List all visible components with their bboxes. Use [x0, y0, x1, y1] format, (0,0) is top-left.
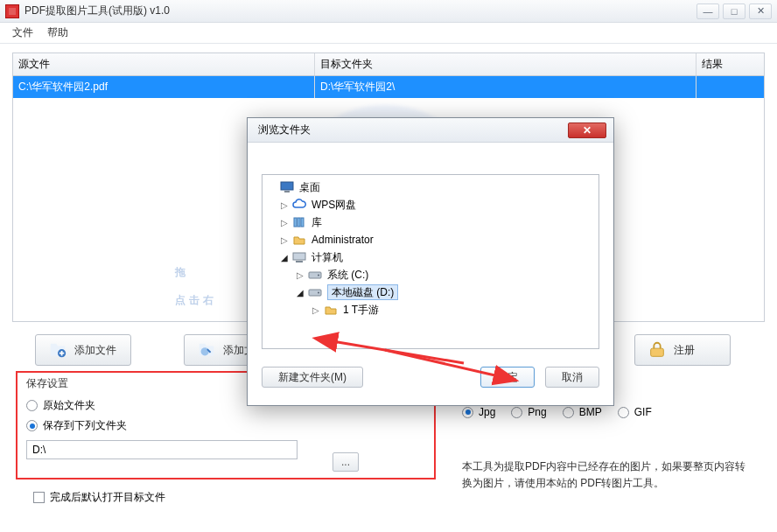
tree-label: 1 T手游	[343, 303, 379, 318]
collapse-icon[interactable]: ◢	[280, 253, 289, 262]
expand-icon[interactable]: ▷	[312, 305, 320, 315]
tree-label: 计算机	[312, 250, 343, 265]
svg-point-11	[318, 275, 319, 276]
dialog-close-button[interactable]: ✕	[568, 122, 606, 138]
expand-icon[interactable]: ▷	[280, 235, 289, 245]
svg-rect-8	[293, 253, 305, 260]
radio-custom-folder[interactable]: 保存到下列文件夹	[26, 418, 425, 433]
svg-rect-5	[294, 218, 297, 227]
expand-icon[interactable]: ▷	[280, 218, 289, 228]
svg-rect-7	[301, 218, 304, 227]
tree-wps[interactable]: ▷ WPS网盘	[264, 196, 597, 214]
browse-folder-dialog: 浏览文件夹 ✕ 桌面 ▷ WPS网盘 ▷ 库	[247, 117, 614, 406]
svg-rect-2	[651, 348, 664, 356]
maximize-button[interactable]: □	[723, 4, 746, 19]
format-png-label: Png	[528, 406, 546, 418]
save-path-input[interactable]	[26, 440, 298, 459]
tree-label: WPS网盘	[312, 198, 356, 213]
desktop-icon	[280, 180, 294, 194]
window-controls: — □ ✕	[696, 4, 772, 19]
format-png[interactable]: Png	[511, 406, 546, 418]
radio-icon	[618, 407, 629, 418]
svg-rect-3	[281, 182, 293, 190]
add-file-icon	[48, 340, 67, 360]
window-title: PDF提取图片工具(试用版) v1.0	[24, 4, 696, 18]
tree-folder-game[interactable]: ▷ 1 T手游	[264, 301, 597, 318]
cell-source: C:\华军软件园2.pdf	[13, 76, 315, 98]
tree-label: Administrator	[312, 234, 374, 246]
open-after-done[interactable]: 完成后默认打开目标文件	[33, 490, 165, 505]
tree-computer[interactable]: ◢ 计算机	[264, 248, 597, 266]
format-bmp[interactable]: BMP	[563, 406, 602, 418]
radio-icon	[26, 420, 38, 431]
main-window: PDF提取图片工具(试用版) v1.0 — □ ✕ 文件 帮助 拖 点击右 源文…	[0, 0, 777, 532]
menubar: 文件 帮助	[0, 23, 777, 44]
col-header-result[interactable]: 结果	[696, 53, 764, 75]
expand-icon[interactable]: ▷	[296, 270, 304, 280]
cancel-button[interactable]: 取消	[545, 367, 599, 388]
collapse-icon[interactable]: ◢	[296, 288, 304, 298]
drive-icon	[308, 268, 322, 282]
register-label: 注册	[674, 343, 695, 358]
watermark-line2: 点击右	[175, 294, 217, 306]
folder-icon	[324, 303, 338, 317]
tree-label: 桌面	[299, 180, 320, 195]
dialog-title: 浏览文件夹	[258, 122, 311, 137]
svg-rect-6	[298, 218, 300, 227]
tree-drive-c[interactable]: ▷ 系统 (C:)	[264, 266, 597, 284]
dialog-body: 桌面 ▷ WPS网盘 ▷ 库 ▷ Administrator	[248, 143, 613, 358]
register-icon	[648, 340, 667, 360]
format-gif-label: GIF	[634, 406, 652, 418]
register-button[interactable]: 注册	[634, 334, 731, 366]
tree-label: 系统 (C:)	[327, 268, 368, 283]
tree-library[interactable]: ▷ 库	[264, 214, 597, 231]
radio-icon	[462, 407, 473, 418]
open-after-label: 完成后默认打开目标文件	[50, 490, 165, 505]
close-button[interactable]: ✕	[749, 4, 772, 19]
browse-button[interactable]: ...	[332, 452, 359, 472]
drive-icon	[308, 285, 322, 299]
folder-tree[interactable]: 桌面 ▷ WPS网盘 ▷ 库 ▷ Administrator	[262, 174, 599, 349]
format-bmp-label: BMP	[579, 406, 602, 418]
description-text: 本工具为提取PDF内容中已经存在的图片，如果要整页内容转换为图片，请使用本站的 …	[462, 458, 751, 492]
titlebar: PDF提取图片工具(试用版) v1.0 — □ ✕	[0, 0, 777, 23]
menu-help[interactable]: 帮助	[47, 25, 68, 40]
ok-button[interactable]: 确定	[480, 367, 535, 388]
cloud-icon	[292, 198, 306, 212]
tree-drive-d[interactable]: ◢ 本地磁盘 (D:)	[264, 284, 597, 301]
format-radios: Jpg Png BMP GIF	[462, 406, 652, 418]
radio-icon	[26, 400, 38, 411]
cell-target: D:\华军软件园2\	[315, 76, 696, 98]
dialog-titlebar: 浏览文件夹 ✕	[248, 118, 613, 143]
radio-original-label: 原始文件夹	[43, 398, 95, 413]
table-row[interactable]: C:\华军软件园2.pdf D:\华军软件园2\	[13, 76, 764, 98]
tree-admin[interactable]: ▷ Administrator	[264, 231, 597, 248]
svg-rect-4	[284, 191, 290, 192]
radio-icon	[563, 407, 574, 418]
tree-desktop[interactable]: 桌面	[264, 178, 597, 196]
menu-file[interactable]: 文件	[12, 25, 33, 40]
tree-label: 库	[312, 215, 322, 230]
watermark-line1: 拖	[175, 266, 189, 278]
format-gif[interactable]: GIF	[618, 406, 652, 418]
add-file-label: 添加文件	[74, 343, 116, 358]
table-header: 源文件 目标文件夹 结果	[13, 53, 764, 76]
new-folder-button[interactable]: 新建文件夹(M)	[262, 367, 363, 388]
format-jpg[interactable]: Jpg	[462, 406, 495, 418]
radio-icon	[511, 407, 522, 418]
expand-icon[interactable]: ▷	[280, 200, 289, 210]
watermark-text: 拖 点击右	[175, 254, 217, 310]
library-icon	[292, 215, 306, 229]
format-jpg-label: Jpg	[479, 406, 495, 418]
checkbox-icon	[33, 492, 45, 503]
app-icon	[5, 4, 19, 18]
svg-rect-9	[296, 261, 303, 262]
computer-icon	[292, 250, 306, 264]
minimize-button[interactable]: —	[696, 4, 719, 19]
svg-point-13	[318, 292, 319, 294]
add-folder-icon	[197, 340, 216, 360]
col-header-source[interactable]: 源文件	[13, 53, 315, 75]
user-icon	[292, 233, 306, 247]
add-file-button[interactable]: 添加文件	[35, 334, 131, 366]
col-header-target[interactable]: 目标文件夹	[315, 53, 696, 75]
